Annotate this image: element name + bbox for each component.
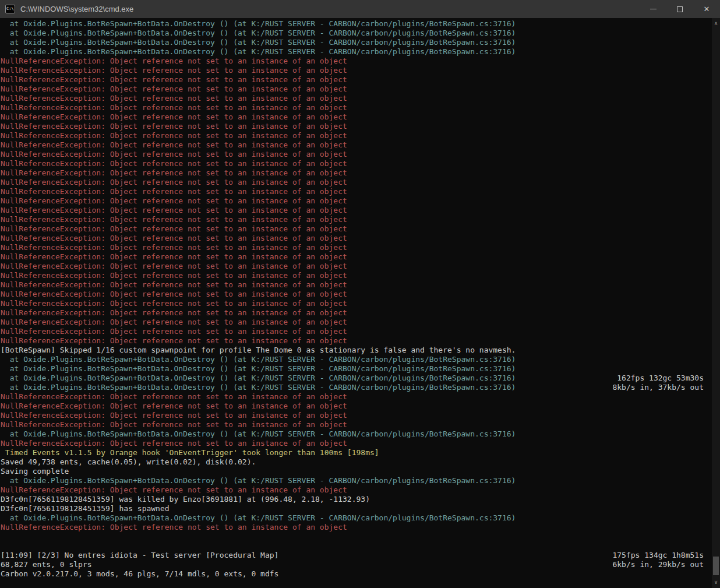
close-icon: ✕	[704, 5, 710, 13]
console-line-text: NullReferenceException: Object reference…	[1, 280, 347, 290]
console-output[interactable]: at Oxide.Plugins.BotReSpawn+BotData.OnDe…	[0, 18, 712, 588]
perf-stats: 6kb/s in, 29kb/s out	[612, 560, 704, 569]
console-row: 68,827 ents, 0 slprs6kb/s in, 29kb/s out	[1, 560, 704, 569]
console-line-text: NullReferenceException: Object reference…	[1, 411, 347, 420]
console-row: NullReferenceException: Object reference…	[1, 439, 704, 448]
console-row: D3fc0n[76561198128451359] has spawned	[1, 504, 704, 513]
scrollbar[interactable]: ∧ ∨	[712, 18, 720, 588]
console-row: NullReferenceException: Object reference…	[1, 112, 704, 122]
maximize-button[interactable]	[666, 0, 693, 18]
console-row: NullReferenceException: Object reference…	[1, 252, 704, 262]
console-row: at Oxide.Plugins.BotReSpawn+BotData.OnDe…	[1, 429, 704, 439]
console-line-text: at Oxide.Plugins.BotReSpawn+BotData.OnDe…	[1, 513, 516, 523]
console-line-text: NullReferenceException: Object reference…	[1, 94, 347, 103]
console-row: NullReferenceException: Object reference…	[1, 280, 704, 290]
console-line-text: NullReferenceException: Object reference…	[1, 66, 347, 75]
console-row: at Oxide.Plugins.BotReSpawn+BotData.OnDe…	[1, 29, 704, 38]
console-line-text: Timed Events v1.1.5 by Orange hook 'OnEv…	[1, 448, 379, 457]
console-line-text: NullReferenceException: Object reference…	[1, 140, 347, 150]
console-row: Carbon v2.0.217.0, 3 mods, 46 plgs, 7/14…	[1, 569, 704, 579]
title-bar[interactable]: C:\ C:\WINDOWS\system32\cmd.exe ✕	[0, 0, 720, 18]
console-row: at Oxide.Plugins.BotReSpawn+BotData.OnDe…	[1, 355, 704, 364]
console-line-text: at Oxide.Plugins.BotReSpawn+BotData.OnDe…	[1, 38, 516, 47]
console-row: NullReferenceException: Object reference…	[1, 262, 704, 271]
window-title: C:\WINDOWS\system32\cmd.exe	[20, 5, 133, 13]
console-row: at Oxide.Plugins.BotReSpawn+BotData.OnDe…	[1, 364, 704, 374]
console-row: NullReferenceException: Object reference…	[1, 187, 704, 196]
console-line-text: D3fc0n[76561198128451359] has spawned	[1, 504, 170, 513]
console-row	[1, 532, 704, 541]
console-line-text: NullReferenceException: Object reference…	[1, 290, 347, 299]
console-line-text: NullReferenceException: Object reference…	[1, 318, 347, 327]
console-row: NullReferenceException: Object reference…	[1, 168, 704, 178]
console-row: NullReferenceException: Object reference…	[1, 234, 704, 243]
console-line-text: NullReferenceException: Object reference…	[1, 103, 347, 112]
console-row: Timed Events v1.1.5 by Orange hook 'OnEv…	[1, 448, 704, 457]
minimize-button[interactable]	[640, 0, 666, 18]
console-line-text: NullReferenceException: Object reference…	[1, 299, 347, 308]
console-row: NullReferenceException: Object reference…	[1, 84, 704, 94]
console-row: at Oxide.Plugins.BotReSpawn+BotData.OnDe…	[1, 19, 704, 29]
console-line-text: NullReferenceException: Object reference…	[1, 159, 347, 168]
scroll-up-icon[interactable]: ∧	[712, 19, 720, 28]
console-row: NullReferenceException: Object reference…	[1, 485, 704, 495]
console-row: NullReferenceException: Object reference…	[1, 159, 704, 168]
console-line-text: [BotReSpawn] Skipped 1/16 custom spawnpo…	[1, 346, 516, 355]
console-row: NullReferenceException: Object reference…	[1, 150, 704, 159]
cmd-icon[interactable]: C:\	[5, 5, 15, 13]
console-row: D3fc0n[76561198128451359] was killed by …	[1, 495, 704, 504]
console-row: at Oxide.Plugins.BotReSpawn+BotData.OnDe…	[1, 47, 704, 57]
console-line-text: at Oxide.Plugins.BotReSpawn+BotData.OnDe…	[1, 19, 516, 29]
console-row: at Oxide.Plugins.BotReSpawn+BotData.OnDe…	[1, 38, 704, 47]
console-line-text: at Oxide.Plugins.BotReSpawn+BotData.OnDe…	[1, 429, 516, 439]
console-row: Saved 49,738 ents, cache(0.05), write(0.…	[1, 457, 704, 467]
console-row: at Oxide.Plugins.BotReSpawn+BotData.OnDe…	[1, 513, 704, 523]
console-line-text: NullReferenceException: Object reference…	[1, 187, 347, 196]
console-line-text: NullReferenceException: Object reference…	[1, 84, 347, 94]
console-row: [BotReSpawn] Skipped 1/16 custom spawnpo…	[1, 346, 704, 355]
close-button[interactable]: ✕	[693, 0, 720, 18]
console-row: NullReferenceException: Object reference…	[1, 206, 704, 215]
console-line-text: NullReferenceException: Object reference…	[1, 439, 347, 448]
scroll-down-icon[interactable]: ∨	[712, 578, 720, 587]
console-row: NullReferenceException: Object reference…	[1, 94, 704, 103]
console-line-text: NullReferenceException: Object reference…	[1, 308, 347, 318]
console-row: at Oxide.Plugins.BotReSpawn+BotData.OnDe…	[1, 374, 704, 383]
console-row: NullReferenceException: Object reference…	[1, 299, 704, 308]
scrollbar-thumb[interactable]	[713, 557, 719, 575]
window-controls: ✕	[640, 0, 720, 18]
maximize-icon	[677, 6, 683, 12]
console-line-text: NullReferenceException: Object reference…	[1, 224, 347, 234]
console-line-text: at Oxide.Plugins.BotReSpawn+BotData.OnDe…	[1, 383, 516, 392]
console-row: NullReferenceException: Object reference…	[1, 327, 704, 336]
console-row: NullReferenceException: Object reference…	[1, 103, 704, 112]
console-line-text: NullReferenceException: Object reference…	[1, 178, 347, 187]
console-line-text: Saving complete	[1, 467, 69, 476]
console-row: NullReferenceException: Object reference…	[1, 308, 704, 318]
console-line-text: NullReferenceException: Object reference…	[1, 122, 347, 131]
console-row: NullReferenceException: Object reference…	[1, 140, 704, 150]
console-line-text: NullReferenceException: Object reference…	[1, 243, 347, 252]
console-line-text: NullReferenceException: Object reference…	[1, 215, 347, 224]
console-line-text: D3fc0n[76561198128451359] was killed by …	[1, 495, 370, 504]
console-line-text: NullReferenceException: Object reference…	[1, 196, 347, 206]
console-row: NullReferenceException: Object reference…	[1, 66, 704, 75]
console-line-text: NullReferenceException: Object reference…	[1, 252, 347, 262]
console-line-text: NullReferenceException: Object reference…	[1, 262, 347, 271]
console-row: NullReferenceException: Object reference…	[1, 215, 704, 224]
console-line-text: at Oxide.Plugins.BotReSpawn+BotData.OnDe…	[1, 374, 516, 383]
console-row: NullReferenceException: Object reference…	[1, 196, 704, 206]
console-row: NullReferenceException: Object reference…	[1, 224, 704, 234]
console-line-text: Saved 49,738 ents, cache(0.05), write(0.…	[1, 457, 256, 467]
console-line-text: at Oxide.Plugins.BotReSpawn+BotData.OnDe…	[1, 355, 516, 364]
console-line-text: at Oxide.Plugins.BotReSpawn+BotData.OnDe…	[1, 476, 516, 485]
console-row: at Oxide.Plugins.BotReSpawn+BotData.OnDe…	[1, 383, 704, 392]
console-line-text: at Oxide.Plugins.BotReSpawn+BotData.OnDe…	[1, 47, 516, 57]
perf-stats: 162fps 132gc 53m30s	[617, 374, 704, 383]
console-row: NullReferenceException: Object reference…	[1, 243, 704, 252]
console-line-text: 68,827 ents, 0 slprs	[1, 560, 92, 569]
console-line-text: at Oxide.Plugins.BotReSpawn+BotData.OnDe…	[1, 29, 516, 38]
perf-stats: 8kb/s in, 37kb/s out	[612, 383, 704, 392]
console-row: NullReferenceException: Object reference…	[1, 411, 704, 420]
console-row: NullReferenceException: Object reference…	[1, 271, 704, 280]
